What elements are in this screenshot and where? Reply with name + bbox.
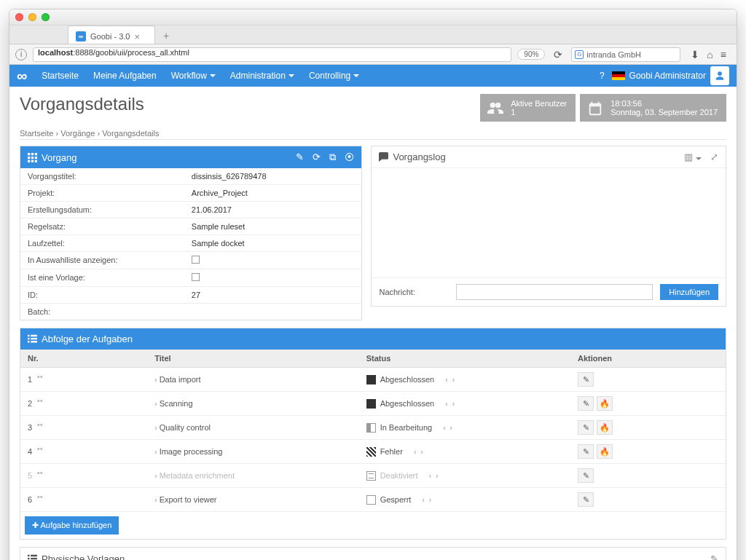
- grid-icon: [28, 153, 37, 162]
- home-icon[interactable]: ⌂: [707, 49, 712, 60]
- add-message-button[interactable]: Hinzufügen: [660, 284, 718, 300]
- user-avatar-icon[interactable]: [710, 66, 729, 85]
- move-down-icon[interactable]: ˅: [39, 399, 42, 408]
- kv-row: Laufzettel:Sample docket: [20, 235, 361, 252]
- next-icon[interactable]: ›: [429, 496, 431, 504]
- language-flag-de[interactable]: [612, 71, 625, 80]
- zoom-indicator[interactable]: 90%: [517, 49, 545, 60]
- panel-vorgangslog: Vorgangslog ▥ ⤢ Nachricht: Hinzufügen: [371, 146, 726, 307]
- panel-title: Abfolge der Aufgaben: [42, 334, 133, 344]
- chevron-right-icon[interactable]: ›: [154, 448, 157, 456]
- prev-icon[interactable]: ‹: [443, 424, 445, 432]
- next-icon[interactable]: ›: [450, 424, 452, 432]
- download-icon[interactable]: ⬇: [691, 49, 699, 60]
- flame-icon[interactable]: 🔥: [597, 420, 613, 435]
- task-row: 3 ˄˅ › Quality control In Bearbeitung ‹ …: [20, 416, 726, 440]
- app-logo[interactable]: ∞: [17, 68, 27, 84]
- columns-icon[interactable]: ▥: [684, 151, 702, 162]
- next-icon[interactable]: ›: [452, 400, 455, 408]
- flame-icon[interactable]: 🔥: [597, 444, 613, 459]
- tab-close-icon[interactable]: ×: [134, 31, 140, 42]
- window-close-button[interactable]: [15, 13, 23, 21]
- checkbox[interactable]: [192, 273, 200, 281]
- edit-icon[interactable]: ✎: [296, 151, 304, 163]
- prev-icon[interactable]: ‹: [414, 448, 416, 456]
- edit-icon[interactable]: ✎: [578, 420, 594, 435]
- calendar-icon: [586, 98, 605, 117]
- status-icon: [366, 495, 376, 505]
- next-icon[interactable]: ›: [436, 472, 438, 480]
- kv-row: Batch:: [20, 304, 361, 320]
- add-task-button[interactable]: ✚ Aufgabe hinzufügen: [25, 516, 119, 535]
- next-icon[interactable]: ›: [452, 376, 455, 384]
- chevron-down-icon: [353, 74, 359, 77]
- copy-icon[interactable]: ⧉: [329, 151, 336, 163]
- expand-icon[interactable]: ⤢: [710, 151, 718, 162]
- globe-icon[interactable]: ⦿: [345, 151, 354, 163]
- chevron-down-icon: [210, 74, 216, 77]
- nav-workflow[interactable]: Workflow: [164, 71, 223, 81]
- nav-meine-aufgaben[interactable]: Meine Aufgaben: [86, 71, 164, 81]
- nav-controlling[interactable]: Controlling: [302, 71, 366, 81]
- widget-active-users: Aktive Benutzer 1: [480, 94, 576, 122]
- refresh-icon[interactable]: ⟳: [313, 151, 321, 163]
- nav-startseite[interactable]: Startseite: [34, 71, 86, 81]
- edit-icon[interactable]: ✎: [578, 372, 594, 387]
- chevron-right-icon[interactable]: ›: [154, 376, 157, 384]
- prev-icon[interactable]: ‹: [445, 376, 447, 384]
- move-down-icon[interactable]: ˅: [39, 471, 42, 480]
- help-icon[interactable]: ?: [592, 71, 612, 81]
- crumb-1[interactable]: Vorgänge: [60, 129, 95, 138]
- panel-vorgang: Vorgang ✎ ⟳ ⧉ ⦿ Vorgangstitel:dissinsis_…: [20, 146, 362, 320]
- task-row: 6 ˄˅ › Export to viewer Gesperrt ‹ › ✎: [20, 488, 726, 512]
- status-icon: [366, 447, 376, 457]
- move-down-icon[interactable]: ˅: [39, 495, 42, 504]
- prev-icon[interactable]: ‹: [429, 472, 431, 480]
- checkbox[interactable]: [192, 256, 200, 264]
- crumb-0[interactable]: Startseite: [20, 129, 53, 138]
- menu-icon[interactable]: ≡: [721, 49, 726, 60]
- window-zoom-button[interactable]: [42, 13, 50, 21]
- edit-icon[interactable]: ✎: [578, 444, 594, 459]
- status-icon: [366, 399, 376, 409]
- search-engine-icon: G: [575, 50, 584, 59]
- window-minimize-button[interactable]: [28, 13, 36, 21]
- tab-add-button[interactable]: +: [158, 28, 174, 44]
- prev-icon[interactable]: ‹: [422, 496, 424, 504]
- move-down-icon[interactable]: ˅: [39, 447, 42, 456]
- edit-icon[interactable]: ✎: [578, 396, 594, 411]
- app-topnav: ∞ Startseite Meine Aufgaben Workflow Adm…: [9, 65, 737, 87]
- flame-icon[interactable]: 🔥: [597, 396, 613, 411]
- url-input[interactable]: localhost:8888/goobi/uii/process_all.xht…: [33, 47, 511, 62]
- edit-icon[interactable]: ✎: [578, 468, 594, 483]
- chevron-right-icon[interactable]: ›: [154, 424, 157, 432]
- next-icon[interactable]: ›: [420, 448, 423, 456]
- browser-search-input[interactable]: G intranda GmbH: [571, 47, 680, 62]
- move-down-icon[interactable]: ˅: [39, 423, 42, 432]
- nav-administration[interactable]: Administration: [223, 71, 302, 81]
- reload-icon[interactable]: ⟳: [551, 49, 565, 60]
- chevron-right-icon[interactable]: ›: [154, 496, 157, 504]
- chevron-right-icon[interactable]: ›: [154, 400, 157, 408]
- site-info-icon[interactable]: i: [15, 49, 27, 60]
- page-title: Vorgangsdetails: [20, 94, 144, 114]
- kv-row: Erstellungsdatum:21.06.2017: [20, 202, 361, 218]
- task-row: 1 ˄˅ › Data import Abgeschlossen ‹ › ✎: [20, 368, 726, 392]
- move-down-icon[interactable]: ˅: [39, 375, 42, 384]
- status-icon: [366, 471, 376, 481]
- col-title: Titel: [147, 350, 358, 368]
- edit-icon[interactable]: ✎: [710, 553, 718, 560]
- browser-util-icons: ⬇ ⌂ ≡: [686, 49, 731, 60]
- current-user[interactable]: Goobi Administrator: [629, 71, 706, 81]
- panel-title: Physische Vorlagen: [42, 553, 125, 560]
- browser-tab[interactable]: ∞ Goobi - 3.0 ×: [68, 25, 155, 44]
- widget-datetime: 18:03:56 Sonntag, 03. September 2017: [580, 94, 726, 122]
- task-row: 5 ˄˅ › Metadata enrichment Deaktiviert ‹…: [20, 464, 726, 488]
- message-input[interactable]: [456, 284, 653, 300]
- chevron-down-icon: [288, 74, 294, 77]
- prev-icon[interactable]: ‹: [445, 400, 447, 408]
- chevron-right-icon[interactable]: ›: [154, 472, 157, 480]
- edit-icon[interactable]: ✎: [578, 492, 594, 507]
- list-icon: [28, 554, 37, 560]
- panel-title: Vorgangslog: [393, 151, 445, 162]
